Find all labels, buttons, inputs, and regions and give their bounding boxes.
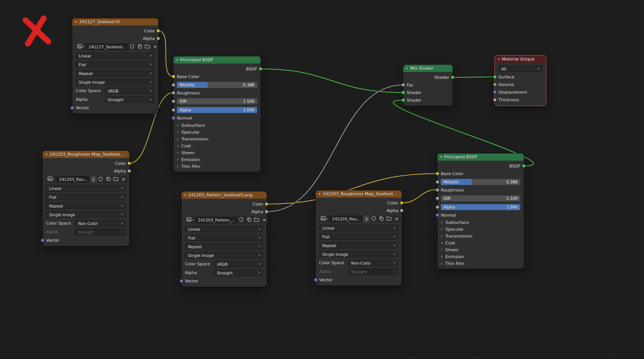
color-space-select[interactable]: sRGB▾ (105, 88, 155, 94)
image-name-field[interactable]: 241127_Seafood... (86, 43, 128, 50)
fake-user-button[interactable] (370, 215, 377, 222)
node-header[interactable]: ▾Material Output (495, 56, 546, 63)
color-output-socket[interactable] (265, 202, 269, 206)
base-color-input-socket[interactable] (172, 75, 175, 78)
panel-row-emission-panel[interactable]: ›Emission (173, 156, 261, 163)
extension-select[interactable]: Repeat▾ (185, 243, 263, 250)
color-space-select[interactable]: sRGB▾ (214, 261, 263, 267)
unlink-image-button[interactable]: × (151, 43, 159, 50)
ior-slider-socket[interactable] (436, 196, 439, 200)
node-header[interactable]: ▾241127_Seafood.tif (72, 18, 158, 26)
node-image-texture-seafood-tif[interactable]: ▾241127_Seafood.tifColorAlpha▾241127_Sea… (72, 18, 158, 113)
collapse-chevron-icon[interactable]: ▾ (440, 155, 442, 159)
bsdf-output-socket[interactable] (259, 67, 262, 71)
new-image-button[interactable] (105, 176, 112, 183)
alpha-mode-select[interactable]: Straight▾ (75, 229, 126, 235)
node-principled-bsdf-2[interactable]: ▾Principled BSDFBSDFBase ColorMetallic0.… (437, 153, 524, 269)
normal-input-socket[interactable] (436, 213, 439, 217)
alpha-mode-select[interactable]: Straight▾ (105, 96, 155, 103)
interpolation-select[interactable]: Linear▾ (46, 185, 126, 191)
collapse-chevron-icon[interactable]: ▾ (406, 67, 408, 70)
source-select[interactable]: Single Image▾ (319, 251, 398, 257)
fake-user-button[interactable] (97, 176, 104, 183)
collapse-chevron-icon[interactable]: ▾ (75, 20, 77, 24)
node-header[interactable]: ▾241203_Roughness Map_Seafood3.png (43, 151, 129, 158)
image-name-field[interactable]: 241203_Pattern_... (196, 217, 237, 223)
extension-select[interactable]: Repeat▾ (76, 70, 155, 77)
fake-user-button[interactable] (238, 217, 245, 223)
panel-row-specular-panel[interactable]: ›Specular (437, 226, 524, 233)
alpha-output-socket[interactable] (156, 37, 160, 40)
panel-row-transmission-panel[interactable]: ›Transmission (173, 136, 261, 142)
image-name-field[interactable]: 241203_Rou... (57, 176, 90, 183)
panel-row-transmission-panel[interactable]: ›Transmission (437, 233, 524, 239)
node-image-texture-roughness-1[interactable]: ▾241203_Roughness Map_Seafood3.pngColorA… (43, 151, 129, 246)
projection-select[interactable]: Flat▾ (46, 194, 126, 200)
projection-select[interactable]: Flat▾ (76, 61, 155, 68)
panel-row-coat-panel[interactable]: ›Coat (173, 142, 261, 149)
alpha-slider-socket[interactable] (172, 108, 175, 112)
alpha-output-socket[interactable] (265, 210, 269, 214)
unlink-image-button[interactable]: × (261, 217, 268, 223)
collapse-chevron-icon[interactable]: ▾ (319, 192, 320, 196)
open-image-button[interactable] (144, 43, 151, 50)
color-space-select[interactable]: Non-Color▾ (75, 220, 126, 227)
source-select[interactable]: Single Image▾ (46, 211, 126, 218)
alpha-mode-select[interactable]: Straight▾ (348, 268, 398, 275)
new-image-button[interactable] (378, 215, 385, 222)
panel-row-thin-film-panel[interactable]: ›Thin Film (173, 163, 261, 170)
color-space-select[interactable]: Non-Color▾ (348, 260, 398, 266)
vector-input-socket[interactable] (41, 238, 45, 242)
alpha-output-socket[interactable] (400, 209, 404, 212)
panel-row-thin-film-panel[interactable]: ›Thin Film (437, 260, 524, 267)
color-output-socket[interactable] (156, 29, 160, 33)
user-count-badge[interactable]: 2 (363, 215, 370, 222)
source-select[interactable]: Single Image▾ (76, 79, 155, 85)
image-browse-button[interactable]: ▾ (76, 43, 86, 50)
extension-select[interactable]: Repeat▾ (319, 242, 398, 249)
shader-input-1-socket[interactable] (401, 91, 405, 94)
node-header[interactable]: ▾Principled BSDF (173, 56, 261, 64)
unlink-image-button[interactable]: × (393, 215, 400, 222)
ior-slider[interactable]: IOR1.500 (441, 195, 520, 201)
normal-input-socket[interactable] (172, 116, 175, 120)
node-principled-bsdf-1[interactable]: ▾Principled BSDFBSDFBase ColorMetallic0.… (173, 56, 261, 172)
panel-row-subsurface-panel[interactable]: ›Subsurface (173, 122, 261, 129)
panel-row-coat-panel[interactable]: ›Coat (437, 239, 524, 246)
node-header[interactable]: ▾241203_Roughness Map_Seafood3.png (316, 190, 402, 198)
projection-select[interactable]: Flat▾ (185, 235, 263, 241)
interpolation-select[interactable]: Linear▾ (185, 226, 263, 232)
color-output-socket[interactable] (400, 201, 404, 205)
fac-input-socket[interactable] (401, 83, 405, 87)
alpha-mode-select[interactable]: Straight▾ (214, 270, 263, 276)
source-select[interactable]: Single Image▾ (185, 252, 263, 258)
collapse-chevron-icon[interactable]: ▾ (498, 57, 499, 61)
ior-slider[interactable]: IOR1.500 (177, 98, 257, 104)
metallic-slider[interactable]: Metallic0.386 (441, 179, 520, 185)
panel-row-subsurface-panel[interactable]: ›Subsurface (437, 219, 524, 226)
alpha-slider[interactable]: Alpha1.000 (177, 107, 257, 113)
volume-input-socket[interactable] (493, 83, 497, 86)
open-image-button[interactable] (253, 217, 260, 223)
node-header[interactable]: ▾241203_Pattern_Seafood3.png (181, 191, 267, 199)
base-color-input-socket[interactable] (436, 172, 439, 176)
panel-row-specular-panel[interactable]: ›Specular (173, 129, 261, 136)
thickness-input-socket[interactable] (493, 98, 497, 102)
new-image-button[interactable] (136, 43, 143, 50)
metallic-slider[interactable]: Metallic0.386 (177, 82, 257, 88)
alpha-slider-socket[interactable] (436, 205, 439, 209)
panel-row-sheen-panel[interactable]: ›Sheen (173, 149, 261, 156)
panel-row-sheen-panel[interactable]: ›Sheen (437, 246, 524, 253)
metallic-slider-socket[interactable] (436, 180, 439, 184)
collapse-chevron-icon[interactable]: ▾ (177, 58, 178, 62)
interpolation-select[interactable]: Linear▾ (76, 53, 155, 59)
user-count-badge[interactable]: 2 (90, 176, 97, 183)
shader-input-2-socket[interactable] (401, 98, 405, 102)
vector-input-socket[interactable] (180, 279, 183, 283)
node-header[interactable]: ▾Principled BSDF (437, 153, 524, 161)
roughness-input-socket[interactable] (172, 91, 175, 95)
roughness-input-socket[interactable] (436, 188, 439, 192)
image-browse-button[interactable]: ▾ (319, 215, 329, 222)
node-image-texture-pattern[interactable]: ▾241203_Pattern_Seafood3.pngColorAlpha▾2… (181, 191, 267, 287)
target-select[interactable]: All▾ (498, 65, 542, 72)
